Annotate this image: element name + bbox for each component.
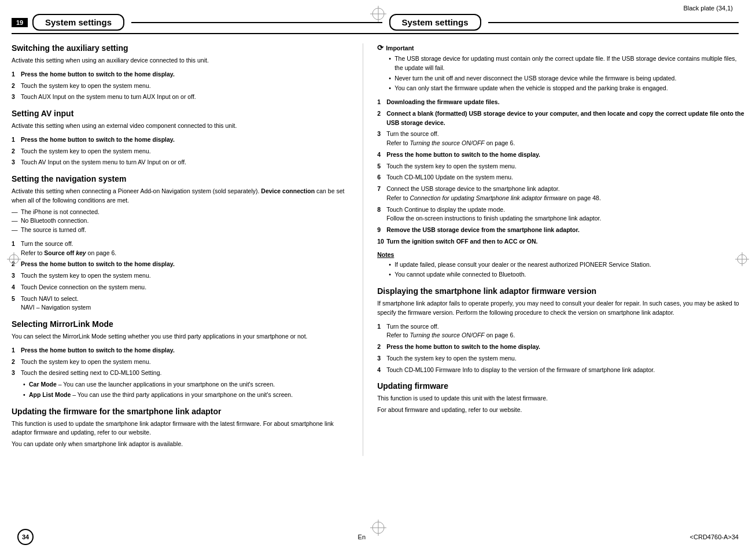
r-step-1-num: 1 xyxy=(377,98,384,107)
displaying-intro: If smartphone link adaptor fails to oper… xyxy=(377,299,744,318)
important-bullet-1: The USB storage device for updating must… xyxy=(389,54,744,73)
nav-cond-2: No Bluetooth connection. xyxy=(12,216,349,226)
r-step-9-text: Remove the USB storage device from the s… xyxy=(386,226,744,235)
nav-step-3-num: 3 xyxy=(12,271,19,281)
r-step-4: 4 Press the home button to switch to the… xyxy=(377,150,744,160)
nav-step-5: 5 Touch NAVI to select.NAVI – Navigation… xyxy=(12,295,349,313)
r-step-10-num: 10 xyxy=(377,237,384,246)
av-step-1-text: Press the home button to switch to the h… xyxy=(21,135,349,145)
r-step-4-text: Press the home button to switch to the h… xyxy=(386,150,744,160)
important-label: Important xyxy=(386,45,414,51)
r-step-2: 2 Connect a blank (formatted) USB storag… xyxy=(377,109,744,128)
ml-step-1-num: 1 xyxy=(12,346,19,355)
notes-header: Notes xyxy=(377,251,744,258)
av-input-intro: Activate this setting when using an exte… xyxy=(12,122,349,131)
ml-step-2: 2 Touch the system key to open the syste… xyxy=(12,358,349,367)
updating-firmware-intro2: You can update only when smartphone link… xyxy=(12,440,349,449)
disp-step-1: 1 Turn the source off.Refer to Turning t… xyxy=(377,322,744,341)
disp-step-2-num: 2 xyxy=(377,343,384,352)
important-bullet-2: Never turn the unit off and never discon… xyxy=(389,74,744,83)
section-updating-firmware: Updating the firmware for the smartphone… xyxy=(12,407,349,449)
ml-step-3: 3 Touch the desired setting next to CD-M… xyxy=(12,369,349,378)
disp-step-1-num: 1 xyxy=(377,322,384,341)
nav-step-5-num: 5 xyxy=(12,295,19,313)
aux-step-2-num: 2 xyxy=(12,82,19,91)
note-1: If update failed, please consult your de… xyxy=(389,260,744,270)
important-header: ⟳ Important xyxy=(377,43,744,52)
right-column: ⟳ Important The USB storage device for u… xyxy=(363,43,744,456)
av-step-1: 1 Press the home button to switch to the… xyxy=(12,135,349,145)
nav-step-1-text: Turn the source off.Refer to Source off … xyxy=(21,240,349,258)
nav-step-3: 3 Touch the system key to open the syste… xyxy=(12,271,349,281)
r-step-5-num: 5 xyxy=(377,162,384,171)
disp-step-2-text: Press the home button to switch to the h… xyxy=(386,343,744,352)
switching-aux-title: Switching the auxiliary setting xyxy=(12,43,349,53)
nav-step-4-num: 4 xyxy=(12,283,19,292)
nav-step-5-text: Touch NAVI to select.NAVI – Navigation s… xyxy=(21,295,349,313)
aux-step-3: 3 Touch AUX Input on the system menu to … xyxy=(12,93,349,102)
disp-step-3-text: Touch the system key to open the system … xyxy=(386,354,744,363)
r-step-3-num: 3 xyxy=(377,130,384,148)
updating-fw2-title: Updating firmware xyxy=(377,381,744,391)
main-columns: Switching the auxiliary setting Activate… xyxy=(12,43,744,456)
r-step-10-text: Turn the ignition switch OFF and then to… xyxy=(386,237,744,246)
ml-step-2-text: Touch the system key to open the system … xyxy=(21,358,349,367)
av-step-2: 2 Touch the system key to open the syste… xyxy=(12,147,349,156)
updating-firmware-title: Updating the firmware for the smartphone… xyxy=(12,407,349,416)
page-container: Black plate (34,1) 19 System settings Sy… xyxy=(0,0,756,552)
notes-list: If update failed, please consult your de… xyxy=(389,260,744,280)
r-step-8: 8 Touch Continue to display the update m… xyxy=(377,205,744,224)
updating-fw2-intro: This function is used to update this uni… xyxy=(377,394,744,403)
r-step-5: 5 Touch the system key to open the syste… xyxy=(377,162,744,171)
crosshair-left xyxy=(7,252,21,266)
section-title-left: System settings xyxy=(32,14,124,31)
ml-step-3-text: Touch the desired setting next to CD-ML1… xyxy=(21,369,349,378)
av-step-3: 3 Touch AV Input on the system menu to t… xyxy=(12,158,349,167)
ml-options: Car Mode – You can use the launcher appl… xyxy=(23,380,349,400)
av-step-1-num: 1 xyxy=(12,135,19,145)
ml-step-1-text: Press the home button to switch to the h… xyxy=(21,346,349,355)
section-title-right: System settings xyxy=(389,14,481,31)
r-step-2-num: 2 xyxy=(377,109,384,128)
black-plate-label: Black plate (34,1) xyxy=(683,5,733,12)
ml-option-car: Car Mode – You can use the launcher appl… xyxy=(23,380,349,389)
aux-step-3-text: Touch AUX Input on the system menu to tu… xyxy=(21,93,349,102)
disp-step-3: 3 Touch the system key to open the syste… xyxy=(377,354,744,363)
ml-step-1: 1 Press the home button to switch to the… xyxy=(12,346,349,355)
r-step-4-num: 4 xyxy=(377,150,384,160)
r-step-7: 7 Connect the USB storage device to the … xyxy=(377,185,744,203)
r-step-8-num: 8 xyxy=(377,205,384,224)
nav-cond-1: The iPhone is not connected. xyxy=(12,208,349,217)
updating-firmware-intro: This function is used to update the smar… xyxy=(12,419,349,438)
r-step-9-num: 9 xyxy=(377,226,384,235)
disp-step-4-num: 4 xyxy=(377,366,384,375)
important-box: ⟳ Important The USB storage device for u… xyxy=(377,43,744,93)
r-step-5-text: Touch the system key to open the system … xyxy=(386,162,744,171)
av-step-3-text: Touch AV Input on the system menu to tur… xyxy=(21,158,349,167)
r-step-3: 3 Turn the source off.Refer to Turning t… xyxy=(377,130,744,148)
displaying-title: Displaying the smartphone link adaptor f… xyxy=(377,286,744,296)
footer: 34 En <CRD4760-A>34 xyxy=(17,529,739,545)
nav-step-2-text: Press the home button to switch to the h… xyxy=(21,260,349,269)
r-step-8-text: Touch Continue to display the update mod… xyxy=(386,205,744,224)
r-step-7-num: 7 xyxy=(377,185,384,203)
aux-step-3-num: 3 xyxy=(12,93,19,102)
av-step-2-text: Touch the system key to open the system … xyxy=(21,147,349,156)
av-step-2-num: 2 xyxy=(12,147,19,156)
note-2: You cannot update while connected to Blu… xyxy=(389,270,744,279)
aux-step-1: 1 Press the home button to switch to the… xyxy=(12,70,349,79)
section-switching-aux: Switching the auxiliary setting Activate… xyxy=(12,43,349,102)
r-step-7-text: Connect the USB storage device to the sm… xyxy=(386,185,744,203)
section-mirrorlink: Selecting MirrorLink Mode You can select… xyxy=(12,319,349,400)
ml-step-3-num: 3 xyxy=(12,369,19,378)
ml-step-2-num: 2 xyxy=(12,358,19,367)
nav-step-2: 2 Press the home button to switch to the… xyxy=(12,260,349,269)
disp-step-4-text: Touch CD-ML100 Firmware Info to display … xyxy=(386,366,744,375)
left-column: Switching the auxiliary setting Activate… xyxy=(12,43,363,456)
disp-step-4: 4 Touch CD-ML100 Firmware Info to displa… xyxy=(377,366,744,375)
r-step-10: 10 Turn the ignition switch OFF and then… xyxy=(377,237,744,246)
nav-step-4: 4 Touch Device connection on the system … xyxy=(12,283,349,292)
disp-step-3-num: 3 xyxy=(377,354,384,363)
r-step-6-text: Touch CD-ML100 Update on the system menu… xyxy=(386,173,744,182)
nav-title: Setting the navigation system xyxy=(12,174,349,183)
